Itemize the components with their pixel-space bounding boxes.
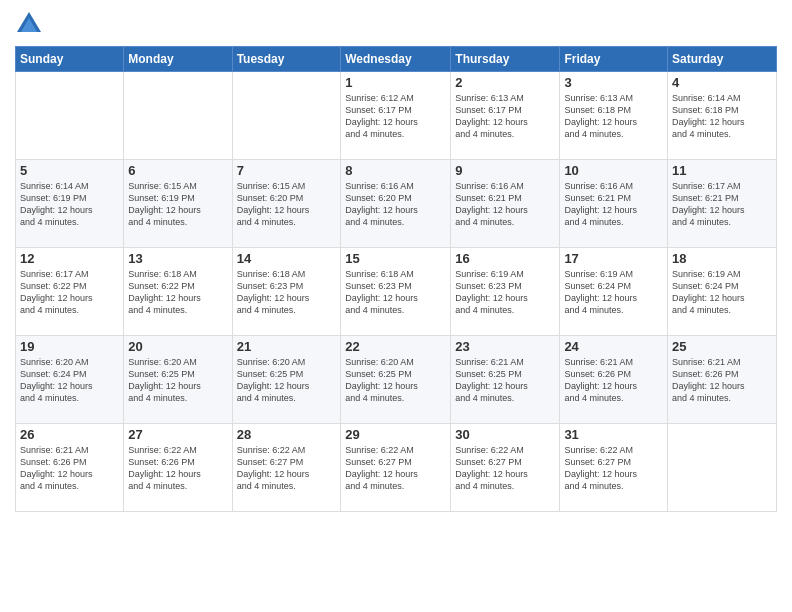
calendar-cell: 27Sunrise: 6:22 AM Sunset: 6:26 PM Dayli… bbox=[124, 424, 232, 512]
calendar-cell: 2Sunrise: 6:13 AM Sunset: 6:17 PM Daylig… bbox=[451, 72, 560, 160]
day-info: Sunrise: 6:22 AM Sunset: 6:27 PM Dayligh… bbox=[345, 444, 446, 493]
day-number: 20 bbox=[128, 339, 227, 354]
day-number: 16 bbox=[455, 251, 555, 266]
day-number: 26 bbox=[20, 427, 119, 442]
day-info: Sunrise: 6:22 AM Sunset: 6:27 PM Dayligh… bbox=[455, 444, 555, 493]
day-info: Sunrise: 6:17 AM Sunset: 6:22 PM Dayligh… bbox=[20, 268, 119, 317]
calendar-cell: 19Sunrise: 6:20 AM Sunset: 6:24 PM Dayli… bbox=[16, 336, 124, 424]
calendar-cell: 28Sunrise: 6:22 AM Sunset: 6:27 PM Dayli… bbox=[232, 424, 341, 512]
day-info: Sunrise: 6:22 AM Sunset: 6:27 PM Dayligh… bbox=[237, 444, 337, 493]
day-number: 9 bbox=[455, 163, 555, 178]
day-info: Sunrise: 6:20 AM Sunset: 6:25 PM Dayligh… bbox=[345, 356, 446, 405]
day-number: 31 bbox=[564, 427, 663, 442]
day-info: Sunrise: 6:21 AM Sunset: 6:26 PM Dayligh… bbox=[20, 444, 119, 493]
day-number: 7 bbox=[237, 163, 337, 178]
day-info: Sunrise: 6:22 AM Sunset: 6:27 PM Dayligh… bbox=[564, 444, 663, 493]
day-number: 30 bbox=[455, 427, 555, 442]
weekday-header: Monday bbox=[124, 47, 232, 72]
weekday-header: Wednesday bbox=[341, 47, 451, 72]
day-number: 12 bbox=[20, 251, 119, 266]
day-info: Sunrise: 6:16 AM Sunset: 6:21 PM Dayligh… bbox=[455, 180, 555, 229]
weekday-header: Sunday bbox=[16, 47, 124, 72]
calendar-cell bbox=[124, 72, 232, 160]
header bbox=[15, 10, 777, 38]
calendar-cell: 4Sunrise: 6:14 AM Sunset: 6:18 PM Daylig… bbox=[668, 72, 777, 160]
calendar-cell: 12Sunrise: 6:17 AM Sunset: 6:22 PM Dayli… bbox=[16, 248, 124, 336]
calendar-cell: 22Sunrise: 6:20 AM Sunset: 6:25 PM Dayli… bbox=[341, 336, 451, 424]
calendar-cell: 7Sunrise: 6:15 AM Sunset: 6:20 PM Daylig… bbox=[232, 160, 341, 248]
calendar-cell: 6Sunrise: 6:15 AM Sunset: 6:19 PM Daylig… bbox=[124, 160, 232, 248]
day-info: Sunrise: 6:18 AM Sunset: 6:22 PM Dayligh… bbox=[128, 268, 227, 317]
day-info: Sunrise: 6:16 AM Sunset: 6:20 PM Dayligh… bbox=[345, 180, 446, 229]
day-number: 1 bbox=[345, 75, 446, 90]
day-number: 15 bbox=[345, 251, 446, 266]
calendar-cell: 16Sunrise: 6:19 AM Sunset: 6:23 PM Dayli… bbox=[451, 248, 560, 336]
day-info: Sunrise: 6:14 AM Sunset: 6:18 PM Dayligh… bbox=[672, 92, 772, 141]
day-info: Sunrise: 6:19 AM Sunset: 6:24 PM Dayligh… bbox=[672, 268, 772, 317]
day-info: Sunrise: 6:13 AM Sunset: 6:17 PM Dayligh… bbox=[455, 92, 555, 141]
calendar-cell bbox=[16, 72, 124, 160]
calendar-week-row: 26Sunrise: 6:21 AM Sunset: 6:26 PM Dayli… bbox=[16, 424, 777, 512]
calendar-cell: 10Sunrise: 6:16 AM Sunset: 6:21 PM Dayli… bbox=[560, 160, 668, 248]
day-number: 5 bbox=[20, 163, 119, 178]
calendar-week-row: 19Sunrise: 6:20 AM Sunset: 6:24 PM Dayli… bbox=[16, 336, 777, 424]
day-number: 6 bbox=[128, 163, 227, 178]
day-number: 27 bbox=[128, 427, 227, 442]
calendar-cell: 26Sunrise: 6:21 AM Sunset: 6:26 PM Dayli… bbox=[16, 424, 124, 512]
calendar-cell bbox=[668, 424, 777, 512]
calendar-week-row: 12Sunrise: 6:17 AM Sunset: 6:22 PM Dayli… bbox=[16, 248, 777, 336]
calendar-cell: 25Sunrise: 6:21 AM Sunset: 6:26 PM Dayli… bbox=[668, 336, 777, 424]
day-info: Sunrise: 6:20 AM Sunset: 6:25 PM Dayligh… bbox=[237, 356, 337, 405]
calendar-week-row: 1Sunrise: 6:12 AM Sunset: 6:17 PM Daylig… bbox=[16, 72, 777, 160]
day-info: Sunrise: 6:19 AM Sunset: 6:23 PM Dayligh… bbox=[455, 268, 555, 317]
day-info: Sunrise: 6:21 AM Sunset: 6:25 PM Dayligh… bbox=[455, 356, 555, 405]
calendar-cell: 15Sunrise: 6:18 AM Sunset: 6:23 PM Dayli… bbox=[341, 248, 451, 336]
calendar-cell: 20Sunrise: 6:20 AM Sunset: 6:25 PM Dayli… bbox=[124, 336, 232, 424]
day-number: 14 bbox=[237, 251, 337, 266]
calendar-cell: 3Sunrise: 6:13 AM Sunset: 6:18 PM Daylig… bbox=[560, 72, 668, 160]
calendar-week-row: 5Sunrise: 6:14 AM Sunset: 6:19 PM Daylig… bbox=[16, 160, 777, 248]
day-number: 2 bbox=[455, 75, 555, 90]
day-number: 29 bbox=[345, 427, 446, 442]
day-number: 13 bbox=[128, 251, 227, 266]
day-number: 19 bbox=[20, 339, 119, 354]
day-info: Sunrise: 6:21 AM Sunset: 6:26 PM Dayligh… bbox=[672, 356, 772, 405]
day-number: 22 bbox=[345, 339, 446, 354]
weekday-header: Saturday bbox=[668, 47, 777, 72]
calendar-cell: 9Sunrise: 6:16 AM Sunset: 6:21 PM Daylig… bbox=[451, 160, 560, 248]
calendar-cell: 23Sunrise: 6:21 AM Sunset: 6:25 PM Dayli… bbox=[451, 336, 560, 424]
day-info: Sunrise: 6:20 AM Sunset: 6:25 PM Dayligh… bbox=[128, 356, 227, 405]
calendar-cell: 30Sunrise: 6:22 AM Sunset: 6:27 PM Dayli… bbox=[451, 424, 560, 512]
calendar-cell: 31Sunrise: 6:22 AM Sunset: 6:27 PM Dayli… bbox=[560, 424, 668, 512]
day-number: 21 bbox=[237, 339, 337, 354]
calendar-cell: 13Sunrise: 6:18 AM Sunset: 6:22 PM Dayli… bbox=[124, 248, 232, 336]
day-number: 24 bbox=[564, 339, 663, 354]
calendar-cell: 5Sunrise: 6:14 AM Sunset: 6:19 PM Daylig… bbox=[16, 160, 124, 248]
day-info: Sunrise: 6:13 AM Sunset: 6:18 PM Dayligh… bbox=[564, 92, 663, 141]
day-number: 3 bbox=[564, 75, 663, 90]
day-info: Sunrise: 6:15 AM Sunset: 6:19 PM Dayligh… bbox=[128, 180, 227, 229]
calendar-cell: 11Sunrise: 6:17 AM Sunset: 6:21 PM Dayli… bbox=[668, 160, 777, 248]
day-number: 18 bbox=[672, 251, 772, 266]
day-number: 8 bbox=[345, 163, 446, 178]
logo-icon bbox=[15, 10, 43, 38]
day-number: 4 bbox=[672, 75, 772, 90]
day-number: 17 bbox=[564, 251, 663, 266]
day-info: Sunrise: 6:12 AM Sunset: 6:17 PM Dayligh… bbox=[345, 92, 446, 141]
day-number: 10 bbox=[564, 163, 663, 178]
day-info: Sunrise: 6:18 AM Sunset: 6:23 PM Dayligh… bbox=[345, 268, 446, 317]
day-number: 23 bbox=[455, 339, 555, 354]
logo bbox=[15, 10, 47, 38]
weekday-header: Thursday bbox=[451, 47, 560, 72]
calendar-cell bbox=[232, 72, 341, 160]
weekday-header: Friday bbox=[560, 47, 668, 72]
day-info: Sunrise: 6:18 AM Sunset: 6:23 PM Dayligh… bbox=[237, 268, 337, 317]
calendar-cell: 29Sunrise: 6:22 AM Sunset: 6:27 PM Dayli… bbox=[341, 424, 451, 512]
day-info: Sunrise: 6:19 AM Sunset: 6:24 PM Dayligh… bbox=[564, 268, 663, 317]
calendar: SundayMondayTuesdayWednesdayThursdayFrid… bbox=[15, 46, 777, 512]
day-info: Sunrise: 6:16 AM Sunset: 6:21 PM Dayligh… bbox=[564, 180, 663, 229]
calendar-cell: 8Sunrise: 6:16 AM Sunset: 6:20 PM Daylig… bbox=[341, 160, 451, 248]
calendar-cell: 24Sunrise: 6:21 AM Sunset: 6:26 PM Dayli… bbox=[560, 336, 668, 424]
day-info: Sunrise: 6:14 AM Sunset: 6:19 PM Dayligh… bbox=[20, 180, 119, 229]
calendar-cell: 18Sunrise: 6:19 AM Sunset: 6:24 PM Dayli… bbox=[668, 248, 777, 336]
